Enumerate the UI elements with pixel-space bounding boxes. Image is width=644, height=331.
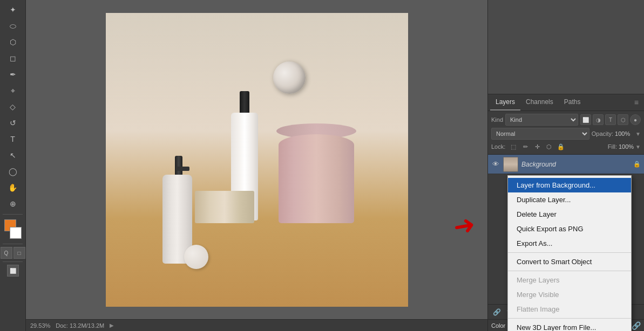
context-menu-separator	[508, 252, 631, 253]
fill-label: Fill:	[608, 143, 617, 150]
screen-mode[interactable]: ⬜	[7, 265, 19, 277]
fill-value[interactable]: 100%	[619, 143, 634, 150]
layer-visibility-icon[interactable]: 👁	[491, 160, 500, 169]
layer-name[interactable]: Background	[521, 161, 630, 168]
adjustment-filter-btn[interactable]: ◑	[593, 114, 604, 125]
standard-mode[interactable]: Q	[1, 247, 12, 259]
context-menu-item-layer-from-background-[interactable]: Layer from Background...	[508, 178, 631, 192]
smart-filter-btn[interactable]: ●	[630, 114, 641, 125]
zoom-level: 29.53%	[30, 322, 50, 329]
kind-label: Kind	[491, 116, 503, 123]
kind-icons: ⬜ ◑ T ⬡ ●	[580, 114, 641, 125]
selection-tool[interactable]: ↖	[5, 148, 21, 163]
layer-row-background[interactable]: 👁 Background 🔒	[488, 155, 644, 174]
context-menu-item-quick-export-as-png[interactable]: Quick Export as PNG	[508, 222, 631, 236]
tab-layers[interactable]: Layers	[490, 94, 520, 111]
background-color[interactable]	[10, 227, 22, 239]
panel-tabs: Layers Channels Paths ≡	[488, 94, 644, 111]
blend-mode-select[interactable]: Normal	[491, 128, 589, 140]
blend-row: Normal Opacity: 100% ▼	[491, 128, 641, 140]
move-tool[interactable]: ✦	[5, 2, 21, 17]
view-mode-icons: ⬜	[7, 265, 19, 277]
pixel-filter-btn[interactable]: ⬜	[580, 114, 591, 125]
status-arrow[interactable]: ▶	[110, 322, 114, 328]
kind-select[interactable]: Kind	[505, 114, 578, 126]
opacity-group: Opacity: 100% ▼	[592, 130, 641, 137]
shape-filter-btn[interactable]: ⬡	[618, 114, 628, 125]
lock-label: Lock:	[491, 143, 505, 150]
lasso-tool[interactable]: ⬭	[5, 18, 21, 33]
opacity-label: Opacity:	[592, 130, 613, 137]
marquee-tool[interactable]: ◻	[5, 51, 21, 66]
scene	[106, 13, 408, 307]
lock-artboard-btn[interactable]: ⬡	[544, 142, 554, 151]
canvas-image[interactable]	[106, 13, 408, 307]
context-menu-item-flatten-image: Flatten Image	[508, 302, 631, 316]
layer-thumb-content	[504, 157, 518, 171]
lock-position-btn[interactable]: ✛	[532, 142, 542, 151]
mode-icons: Q □	[1, 247, 25, 259]
gradient-tool[interactable]: ↺	[5, 115, 21, 130]
pen-tool[interactable]: ✒	[5, 67, 21, 82]
context-menu-item-merge-layers: Merge Layers	[508, 273, 631, 287]
context-menu-item-delete-layer[interactable]: Delete Layer	[508, 207, 631, 222]
context-menu-item-new-3d-layer-from-file-[interactable]: New 3D Layer from File...	[508, 320, 631, 331]
canvas-content	[26, 0, 487, 319]
tab-paths[interactable]: Paths	[559, 94, 586, 111]
lock-all-btn[interactable]: 🔒	[556, 142, 566, 151]
tab-color[interactable]: Color	[491, 322, 505, 329]
crop-tool[interactable]: ⬡	[5, 35, 21, 50]
clone-tool[interactable]: ⌖	[5, 83, 21, 98]
tool-separator-2	[3, 244, 23, 244]
context-menu-separator	[508, 318, 631, 319]
zoom-tool[interactable]: ⊕	[5, 196, 21, 211]
small-ball	[184, 245, 208, 269]
context-menu: Layer from Background...Duplicate Layer.…	[507, 175, 632, 331]
context-menu-separator	[508, 271, 631, 271]
opacity-value[interactable]: 100%	[615, 130, 634, 137]
lock-row: Lock: ⬚ ✏ ✛ ⬡ 🔒 Fill: 100% ▼	[491, 142, 641, 151]
eraser-tool[interactable]: ◇	[5, 99, 21, 114]
link-layers-btn[interactable]: 🔗	[491, 307, 502, 317]
canvas-area: 29.53% Doc: 13.2M/13.2M ▶	[26, 0, 487, 331]
context-menu-item-merge-visible: Merge Visible	[508, 287, 631, 302]
context-menu-item-convert-to-smart-object[interactable]: Convert to Smart Object	[508, 254, 631, 269]
hand-tool[interactable]: ✋	[5, 180, 21, 195]
layer-thumbnail	[503, 157, 518, 172]
chain-icon[interactable]: 🔗	[632, 321, 641, 330]
tab-channels[interactable]: Channels	[520, 94, 559, 111]
fill-group: Fill: 100% ▼	[608, 143, 641, 150]
quick-mask-mode[interactable]: □	[13, 247, 25, 259]
pedestal	[195, 191, 254, 223]
lock-transparent-btn[interactable]: ⬚	[509, 142, 518, 151]
fill-arrow[interactable]: ▼	[635, 144, 641, 150]
small-bottle-nozzle	[176, 167, 189, 171]
pink-box-body	[279, 134, 354, 223]
crystal-ball	[273, 61, 306, 94]
lock-icons: ⬚ ✏ ✛ ⬡ 🔒	[509, 142, 566, 151]
tool-separator	[3, 214, 23, 215]
kind-row: Kind Kind ⬜ ◑ T ⬡ ●	[491, 114, 641, 126]
right-panel-top	[488, 0, 644, 94]
tool-separator-3	[3, 261, 23, 262]
status-bar: 29.53% Doc: 13.2M/13.2M ▶	[26, 319, 487, 331]
opacity-arrow[interactable]: ▼	[635, 131, 641, 137]
context-menu-item-export-as-[interactable]: Export As...	[508, 236, 631, 251]
type-tool[interactable]: T	[5, 132, 21, 147]
shape-tool[interactable]: ◯	[5, 164, 21, 179]
doc-info: Doc: 13.2M/13.2M	[56, 322, 104, 329]
layer-lock-icon: 🔒	[633, 161, 641, 168]
left-toolbar: ✦ ⬭ ⬡ ◻ ✒ ⌖ ◇ ↺ T ↖ ◯ ✋ ⊕ Q □ ⬜	[0, 0, 26, 331]
panel-menu-button[interactable]: ≡	[631, 96, 642, 109]
context-menu-item-duplicate-layer-[interactable]: Duplicate Layer...	[508, 192, 631, 207]
type-filter-btn[interactable]: T	[605, 114, 616, 125]
layers-controls: Kind Kind ⬜ ◑ T ⬡ ● Normal	[488, 111, 644, 155]
pink-cylinder-box	[279, 123, 354, 223]
color-swatches[interactable]	[3, 219, 23, 239]
lock-pixels-btn[interactable]: ✏	[520, 142, 530, 151]
